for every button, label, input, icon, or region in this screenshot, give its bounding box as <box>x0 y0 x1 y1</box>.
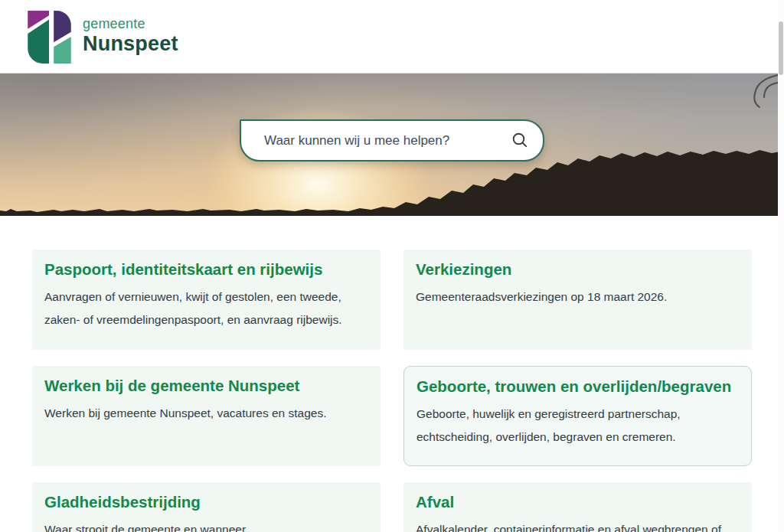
card-title: Afval <box>416 493 737 511</box>
logo-wordmark: gemeente Nunspeet <box>83 17 178 56</box>
card-description: Werken bij gemeente Nunspeet, vacatures … <box>44 402 365 425</box>
card-title: Paspoort, identiteitskaart en rijbewijs <box>44 260 365 279</box>
card-description: Afvalkalender, containerinformatie en af… <box>416 518 737 532</box>
main-content: Paspoort, identiteitskaart en rijbewijs … <box>0 216 784 532</box>
card-title: Geboorte, trouwen en overlijden/begraven <box>416 377 736 396</box>
logo-text-nunspeet: Nunspeet <box>83 32 178 56</box>
scrollbar-track[interactable] <box>778 0 784 532</box>
cards-grid: Paspoort, identiteitskaart en rijbewijs … <box>32 250 752 532</box>
hero-banner <box>0 73 784 216</box>
branch-silhouette <box>733 73 779 112</box>
topic-card[interactable]: Geboorte, trouwen en overlijden/begraven… <box>403 366 752 466</box>
search-input[interactable] <box>263 132 511 149</box>
site-search <box>240 119 544 162</box>
leaf-logo-icon <box>25 8 73 65</box>
card-description: Waar strooit de gemeente en wanneer. <box>44 518 365 532</box>
topic-card[interactable]: Verkiezingen Gemeenteraadsverkiezingen o… <box>403 250 752 350</box>
topic-card[interactable]: Afval Afvalkalender, containerinformatie… <box>403 482 752 532</box>
card-description: Gemeenteraadsverkiezingen op 18 maart 20… <box>416 286 737 308</box>
card-title: Werken bij de gemeente Nunspeet <box>44 377 365 395</box>
scrollbar-thumb[interactable] <box>779 21 783 75</box>
topic-card[interactable]: Werken bij de gemeente Nunspeet Werken b… <box>32 366 381 466</box>
gemeente-nunspeet-logo[interactable]: gemeente Nunspeet <box>25 8 178 65</box>
logo-text-gemeente: gemeente <box>83 17 178 32</box>
search-icon <box>511 132 528 149</box>
card-title: Gladheidsbestrijding <box>44 493 365 511</box>
site-header: gemeente Nunspeet <box>0 0 784 73</box>
card-title: Verkiezingen <box>416 260 737 279</box>
topic-card[interactable]: Paspoort, identiteitskaart en rijbewijs … <box>32 250 381 350</box>
topic-card[interactable]: Gladheidsbestrijding Waar strooit de gem… <box>32 482 381 532</box>
card-description: Geboorte, huwelijk en geregistreerd part… <box>416 403 736 449</box>
search-button[interactable] <box>511 132 529 150</box>
card-description: Aanvragen of vernieuwen, kwijt of gestol… <box>44 286 365 331</box>
